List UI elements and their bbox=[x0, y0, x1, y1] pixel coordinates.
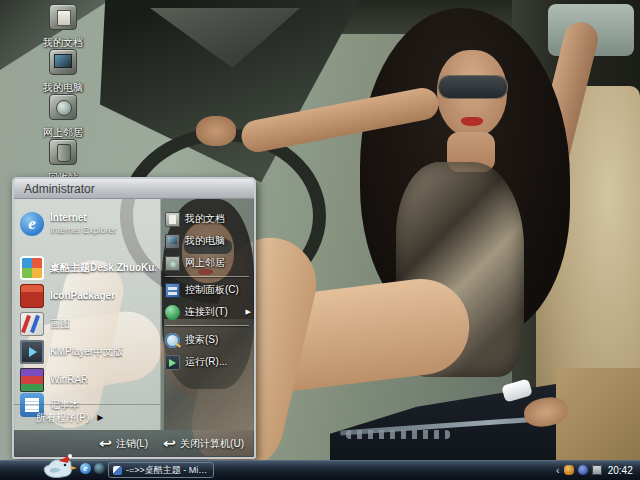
taskbar-task-button[interactable]: -=>>桌酷主题 - Mic... bbox=[108, 462, 214, 478]
desktop-icon-my-computer[interactable]: 我的电脑 bbox=[28, 49, 98, 94]
start-menu-item-my-computer[interactable]: 我的电脑 bbox=[165, 231, 251, 251]
menu-separator bbox=[165, 276, 249, 277]
run-icon bbox=[165, 355, 180, 370]
recycle-bin-icon bbox=[49, 139, 77, 165]
item-label: 我的电脑 bbox=[185, 234, 225, 248]
item-label: 我的文档 bbox=[185, 212, 225, 226]
start-menu-item-search[interactable]: 搜索(S) bbox=[165, 330, 251, 350]
start-menu-left-column: e Internet Internet Explorer 桌酷主题Desk.Zh… bbox=[14, 199, 161, 430]
system-tray: ‹ 20:42 bbox=[556, 460, 640, 480]
start-menu-body: e Internet Internet Explorer 桌酷主题Desk.Zh… bbox=[14, 199, 254, 430]
item-label: 控制面板(C) bbox=[185, 283, 239, 297]
network-places-icon bbox=[165, 256, 180, 271]
item-subtitle: Internet Explorer bbox=[50, 225, 117, 236]
start-menu-item-my-documents[interactable]: 我的文档 bbox=[165, 209, 251, 229]
desktop-icon-my-documents[interactable]: 我的文档 bbox=[28, 4, 98, 49]
icon-label: 我的电脑 bbox=[28, 81, 98, 95]
wallpaper-sill-buttons bbox=[346, 430, 450, 439]
wallpaper-sunglasses bbox=[439, 76, 507, 98]
tray-collapse-chevron[interactable]: ‹ bbox=[556, 461, 560, 479]
item-title: IconPackager bbox=[50, 290, 115, 301]
desktop-icon-list: 我的文档 我的电脑 网上邻居 回收站 bbox=[28, 4, 98, 184]
start-menu-footer: ↩ 注销(L) ↩ 关闭计算机(U) bbox=[14, 430, 254, 457]
item-title: 桌酷主题Desk.ZhuoKu.Com bbox=[50, 262, 156, 273]
control-panel-icon bbox=[165, 283, 180, 298]
quick-launch-browser-globe[interactable] bbox=[94, 463, 105, 474]
connect-to-icon bbox=[165, 305, 180, 320]
start-menu-user-banner: Administrator bbox=[14, 179, 254, 199]
desktop-icon-network-places[interactable]: 网上邻居 bbox=[28, 94, 98, 139]
menu-separator bbox=[165, 325, 249, 326]
start-menu: Administrator e Internet Internet Explor… bbox=[12, 177, 256, 459]
task-button-label: -=>>桌酷主题 - Mic... bbox=[126, 464, 209, 477]
start-menu-item-zhuoku-theme[interactable]: 桌酷主题Desk.ZhuoKu.Com bbox=[20, 255, 156, 280]
icon-label: 网上邻居 bbox=[28, 126, 98, 140]
start-menu-item-run[interactable]: 运行(R)... bbox=[165, 352, 251, 372]
taskbar-clock[interactable]: 20:42 bbox=[608, 465, 633, 476]
start-menu-item-network-places[interactable]: 网上邻居 bbox=[165, 253, 251, 273]
task-window-icon bbox=[113, 466, 122, 475]
quick-launch-internet-explorer[interactable]: e bbox=[80, 463, 91, 474]
log-off-label: 注销(L) bbox=[116, 437, 148, 451]
iconpackager-icon bbox=[20, 284, 44, 308]
user-name: Administrator bbox=[24, 182, 95, 196]
start-button[interactable] bbox=[40, 454, 78, 480]
my-computer-icon bbox=[165, 234, 180, 249]
log-off-button[interactable]: ↩ 注销(L) bbox=[100, 436, 148, 451]
icon-label: 我的文档 bbox=[28, 36, 98, 50]
item-label: 连接到(T) bbox=[185, 305, 228, 319]
start-menu-item-internet[interactable]: e Internet Internet Explorer bbox=[20, 207, 156, 241]
turn-off-label: 关闭计算机(U) bbox=[180, 437, 244, 451]
turn-off-computer-button[interactable]: ↩ 关闭计算机(U) bbox=[164, 436, 244, 451]
search-icon bbox=[165, 333, 180, 348]
item-label: 搜索(S) bbox=[185, 333, 218, 347]
start-menu-right-column: 我的文档 我的电脑 网上邻居 控制面板(C) 连接到(T) bbox=[161, 199, 254, 430]
tray-icon-blue[interactable] bbox=[578, 465, 588, 475]
ie-glyph: e bbox=[20, 212, 44, 236]
kmplayer-icon bbox=[20, 340, 44, 364]
all-programs-arrow-icon: ▶ bbox=[97, 413, 103, 422]
winrar-icon bbox=[20, 368, 44, 392]
desktop: 我的文档 我的电脑 网上邻居 回收站 Administrator bbox=[0, 0, 640, 480]
start-menu-item-iconpackager[interactable]: IconPackager bbox=[20, 283, 156, 308]
internet-explorer-icon: e bbox=[20, 212, 44, 236]
start-menu-item-winrar[interactable]: WinRAR bbox=[20, 367, 156, 392]
submenu-arrow-icon: ▶ bbox=[246, 308, 251, 316]
item-title: WinRAR bbox=[50, 374, 88, 385]
start-orb-bird-icon bbox=[40, 454, 78, 480]
start-menu-item-kmplayer[interactable]: KMPlayer中文版 bbox=[20, 339, 156, 364]
my-documents-icon bbox=[49, 4, 77, 30]
item-label: 网上邻居 bbox=[185, 256, 225, 270]
start-menu-item-connect-to[interactable]: 连接到(T) ▶ bbox=[165, 302, 251, 322]
item-title: 画图 bbox=[50, 317, 70, 331]
item-label: 运行(R)... bbox=[185, 355, 227, 369]
tray-input-method-icon[interactable] bbox=[592, 465, 602, 475]
network-places-icon bbox=[49, 94, 77, 120]
start-menu-item-control-panel[interactable]: 控制面板(C) bbox=[165, 280, 251, 300]
wallpaper-woman-hand-left bbox=[196, 116, 236, 146]
all-programs-label: 所有程序(P) bbox=[36, 411, 89, 425]
turn-off-icon: ↩ bbox=[163, 436, 176, 451]
all-programs-button[interactable]: 所有程序(P) ▶ bbox=[14, 404, 160, 430]
start-menu-item-paint[interactable]: 画图 bbox=[20, 311, 156, 336]
my-computer-icon bbox=[49, 49, 77, 75]
paint-icon bbox=[20, 312, 44, 336]
tray-icon-orange[interactable] bbox=[564, 465, 574, 475]
item-title: Internet bbox=[50, 212, 87, 223]
my-documents-icon bbox=[165, 212, 180, 227]
wallpaper-lips bbox=[461, 117, 483, 126]
log-off-icon: ↩ bbox=[99, 436, 112, 451]
item-title: KMPlayer中文版 bbox=[50, 345, 123, 359]
zhuoku-theme-icon bbox=[20, 256, 44, 280]
